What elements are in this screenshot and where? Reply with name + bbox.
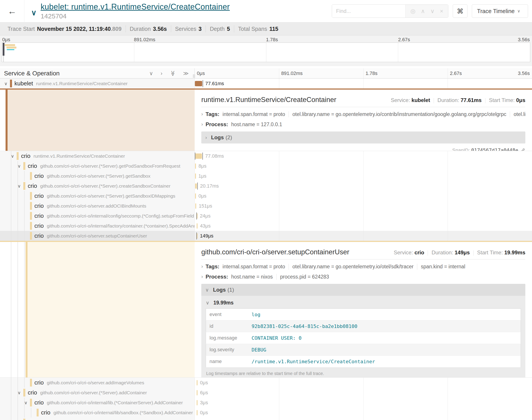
span-row[interactable]: ∨criogithub.com/cri-o/cri-o/internal/lib…	[0, 398, 532, 407]
span-row[interactable]: criogithub.com/cri-o/cri-o/server.(*Serv…	[0, 418, 532, 420]
span-duration-label: 6μs	[200, 390, 208, 396]
expand-chevron-icon[interactable]: ∨	[11, 153, 14, 159]
timeline-cell: 0μs	[195, 191, 532, 201]
span-bar[interactable]	[197, 390, 198, 395]
chevron-right-icon: ›	[201, 111, 203, 117]
timeline-cell: 0μs	[195, 378, 532, 388]
operation-name: runtime.v1.RuntimeService/CreateContaine…	[36, 81, 128, 86]
span-row[interactable]: criogithub.com/cri-o/cri-o/server.setupC…	[0, 231, 532, 241]
span-row[interactable]: ∨kubeletruntime.v1.RuntimeService/Create…	[0, 78, 532, 89]
operation-name: github.com/cri-o/cri-o/server.(*Server).…	[40, 183, 171, 189]
collapse-all-icon[interactable]: ≫	[170, 71, 175, 76]
locate-icon[interactable]: ◎	[408, 8, 418, 15]
span-bar[interactable]	[197, 400, 198, 405]
span-row[interactable]: criogithub.com/cri-o/cri-o/server.addOCI…	[0, 201, 532, 211]
keyboard-shortcuts-button[interactable]: ⌘	[453, 4, 468, 18]
span-row[interactable]: criogithub.com/cri-o/cri-o/server.addIma…	[0, 378, 532, 388]
log-timestamp-toggle[interactable]: ∨ 19.99ms	[206, 300, 521, 306]
span-row[interactable]: criogithub.com/cri-o/cri-o/server.(*Serv…	[0, 171, 532, 181]
timeline-ruler: 0μs 891.02ms 1.78s 2.67s 3.56s	[195, 68, 532, 78]
operation-name: github.com/cri-o/cri-o/server.(*Server).…	[47, 173, 151, 179]
log-marker	[203, 80, 203, 87]
indent-guide	[24, 201, 25, 211]
span-name-cell: criogithub.com/cri-o/cri-o/internal/fact…	[0, 221, 195, 231]
expand-chevron-icon[interactable]: ∨	[17, 164, 21, 169]
timeline-cell: 1μs	[195, 171, 532, 181]
find-input[interactable]	[332, 5, 405, 17]
minimap-canvas[interactable]	[2, 43, 530, 62]
log-fields-table: eventlog id92b82381-025c-4a64-815c-ba2e1…	[206, 308, 521, 367]
span-name-cell: criogithub.com/cri-o/cri-o/server.addOCI…	[0, 201, 195, 211]
process-row[interactable]: › Process: host.name = nixos process.pid…	[201, 274, 525, 280]
deep-link-icon[interactable]	[520, 148, 525, 151]
span-bar[interactable]	[195, 193, 196, 199]
span-name-cell: criogithub.com/cri-o/cri-o/server.(*Serv…	[0, 418, 195, 420]
trace-id: 1425704	[41, 13, 230, 20]
span-name-cell: ∨criogithub.com/cri-o/cri-o/server.(*Ser…	[0, 388, 195, 398]
indent-guide	[11, 201, 11, 211]
collapse-header-chevron-icon[interactable]: ∨	[31, 8, 37, 17]
expand-chevron-icon[interactable]: ∨	[17, 390, 21, 395]
find-prev-icon[interactable]: ∧	[418, 8, 428, 15]
expand-chevron-icon[interactable]: ∨	[4, 81, 8, 86]
span-row[interactable]: criogithub.com/cri-o/cri-o/server.(*Serv…	[0, 191, 532, 201]
find-group: ◎ ∧ ∨ ×	[332, 4, 448, 18]
indent-guide	[11, 161, 11, 171]
service-name: crio	[41, 409, 50, 416]
logs-toggle[interactable]: ∨ Logs(1)	[201, 284, 525, 296]
tags-row[interactable]: › Tags: internal.span.format = proto ote…	[201, 263, 525, 270]
collapse-one-icon[interactable]: ∨	[149, 71, 153, 76]
indent-guide	[11, 191, 11, 201]
span-bar[interactable]	[195, 203, 196, 209]
span-bar[interactable]	[195, 173, 196, 179]
span-bar[interactable]	[195, 81, 202, 86]
expand-chevron-icon[interactable]: ∨	[17, 183, 21, 189]
timeline-cell: 151μs	[195, 201, 532, 211]
span-duration-label: 0μs	[198, 193, 206, 199]
span-row[interactable]: criogithub.com/cri-o/cri-o/internal/conf…	[0, 211, 532, 221]
indent-guide	[24, 171, 25, 181]
span-bar[interactable]	[195, 183, 197, 189]
indent-guide	[17, 171, 18, 181]
span-bar[interactable]	[197, 410, 198, 415]
service-name: crio	[34, 202, 44, 209]
logs-toggle[interactable]: › Logs(2)	[201, 132, 525, 143]
expand-chevron-icon[interactable]: ∨	[24, 400, 28, 405]
span-row[interactable]: ∨crioruntime.v1.RuntimeService/CreateCon…	[0, 151, 532, 161]
span-bar[interactable]	[197, 380, 198, 385]
trace-title-block: ∨ kubelet: runtime.v1.RuntimeService/Cre…	[24, 2, 332, 20]
back-button[interactable]: ←	[0, 0, 24, 22]
service-name: crio	[34, 212, 44, 219]
timeline-cell: 0μs	[195, 418, 532, 420]
expand-all-icon[interactable]: ≫	[183, 71, 189, 76]
timeline-cell: 8μs	[195, 161, 532, 171]
span-duration-label: 0μs	[200, 380, 208, 386]
view-selector-button[interactable]: Trace Timeline ∨	[472, 4, 528, 18]
span-name-cell: criogithub.com/cri-o/cri-o/internal/lib/…	[0, 407, 195, 418]
expand-one-icon[interactable]: ›	[161, 71, 162, 76]
service-color-bar	[30, 212, 32, 220]
find-next-icon[interactable]: ∨	[428, 8, 437, 15]
span-row[interactable]: ∨criogithub.com/cri-o/cri-o/server.(*Ser…	[0, 161, 532, 171]
minimap-scrubber-handle[interactable]	[3, 43, 4, 56]
service-name: crio	[34, 223, 44, 229]
tags-row[interactable]: › Tags: internal.span.format = proto ote…	[201, 111, 525, 117]
trace-title-link[interactable]: kubelet: runtime.v1.RuntimeService/Creat…	[41, 2, 230, 12]
indent-guide	[31, 407, 31, 418]
indent-guide	[11, 418, 11, 420]
span-row[interactable]: ∨criogithub.com/cri-o/cri-o/server.(*Ser…	[0, 388, 532, 398]
span-row[interactable]: criogithub.com/cri-o/cri-o/internal/lib/…	[0, 407, 532, 418]
span-row[interactable]: criogithub.com/cri-o/cri-o/internal/fact…	[0, 221, 532, 231]
service-name: crio	[34, 193, 44, 199]
table-row: log.messageCONTAINER USER: 0	[206, 332, 521, 344]
indent-guide	[17, 407, 18, 418]
span-bar[interactable]	[195, 164, 196, 169]
span-bar[interactable]	[197, 223, 198, 229]
span-name-cell: ∨kubeletruntime.v1.RuntimeService/Create…	[0, 78, 195, 89]
span-row[interactable]: ∨criogithub.com/cri-o/cri-o/server.(*Ser…	[0, 181, 532, 191]
summary-trace-start: Trace Start November 15 2022, 11:19:40.8…	[3, 25, 126, 32]
process-row[interactable]: › Process: host.name = 127.0.0.1	[201, 121, 525, 128]
span-bar[interactable]	[195, 153, 202, 159]
log-entry: ∨ 19.99ms eventlog id92b82381-025c-4a64-…	[201, 296, 525, 377]
find-clear-icon[interactable]: ×	[437, 8, 446, 15]
